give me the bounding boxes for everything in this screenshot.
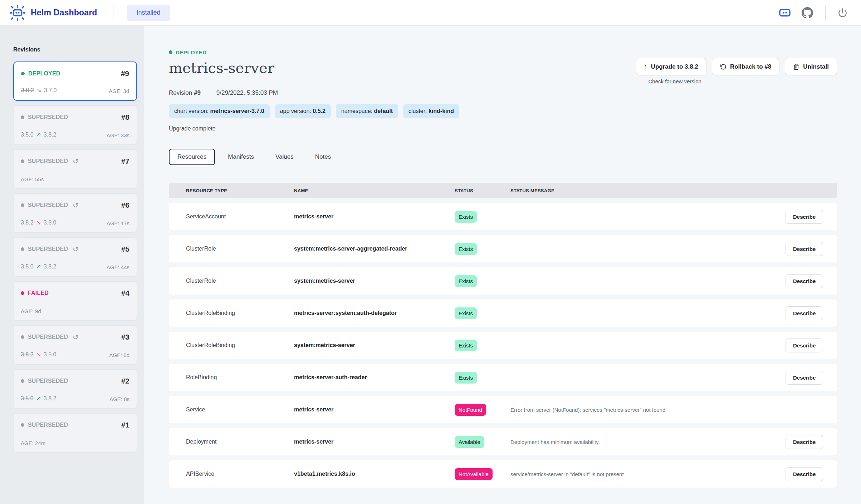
status-badge: Exists [455, 211, 477, 223]
revision-info: Revision #9 9/29/2022, 5:35:03 PM [169, 89, 837, 97]
revision-status-label: SUPERSEDED [28, 378, 68, 384]
uninstall-button[interactable]: Uninstall [785, 58, 837, 75]
revision-status: SUPERSEDED [21, 114, 68, 120]
resource-type: ClusterRole [186, 278, 294, 284]
resource-name: system:metrics-server-aggregated-reader [294, 246, 455, 252]
revision-number: #6 [121, 201, 129, 209]
resource-type: Deployment [186, 439, 294, 445]
version-arrow-icon: ↗ [36, 395, 41, 402]
describe-button[interactable]: Describe [786, 210, 823, 224]
status-dot-icon [21, 203, 24, 207]
revision-status: SUPERSEDED ↺ [21, 245, 78, 253]
revision-number: #1 [121, 421, 129, 429]
table-row: ClusterRoleBinding system:metrics-server… [169, 332, 837, 359]
status-message: Error from server (NotFound): services "… [510, 407, 786, 413]
github-icon[interactable] [802, 7, 813, 19]
revision-number: #4 [121, 289, 129, 297]
column-header: RESOURCE TYPE [186, 188, 294, 193]
old-version: 3.8.2 [21, 351, 34, 358]
revision-status: SUPERSEDED ↺ [21, 157, 78, 165]
status-badge: NotFound [455, 404, 486, 416]
revision-card-4[interactable]: FAILED #4 AGE: 9d [13, 281, 137, 321]
tab-values[interactable]: Values [267, 149, 302, 165]
describe-button[interactable]: Describe [786, 371, 823, 385]
revision-status-label: SUPERSEDED [28, 334, 68, 340]
describe-button[interactable]: Describe [786, 435, 823, 449]
revision-number: #7 [121, 157, 129, 165]
status-dot-icon [21, 335, 24, 339]
tab-notes[interactable]: Notes [307, 149, 339, 165]
status-dot-icon [21, 159, 24, 163]
describe-button[interactable]: Describe [786, 339, 823, 352]
table-body: ServiceAccount metrics-server Exists Des… [169, 203, 837, 488]
nav-installed-tab[interactable]: Installed [127, 5, 170, 21]
describe-button[interactable]: Describe [786, 274, 823, 288]
status-dot-icon [21, 379, 24, 383]
revision-status: SUPERSEDED ↺ [21, 201, 78, 209]
revision-age: AGE: 33s [107, 132, 129, 138]
app-title: Helm Dashboard [31, 8, 97, 18]
robot-logo-icon [9, 5, 26, 21]
tab-resources[interactable]: Resources [169, 149, 215, 165]
resources-table: RESOURCE TYPE NAME STATUS STATUS MESSAGE… [169, 183, 837, 488]
version-arrow-icon: ↘ [36, 87, 41, 94]
redeploy-icon: ↺ [73, 245, 78, 253]
status-message: service/metrics-server in "default" is n… [510, 471, 786, 477]
redeploy-icon: ↺ [73, 333, 78, 341]
revision-card-8[interactable]: SUPERSEDED #8 3.5.0 ↗ 3.8.2 AGE: 33s [13, 105, 137, 145]
check-new-version-link[interactable]: Check for new version [636, 78, 714, 84]
release-tabs: ResourcesManifestsValuesNotes [169, 149, 837, 165]
status-dot-icon [21, 247, 24, 251]
version-change: 3.8.2 ↘ 3.7.0 [21, 87, 57, 94]
topbar-divider [113, 5, 113, 21]
revision-status: SUPERSEDED [21, 378, 68, 384]
revision-age: AGE: 44s [107, 264, 129, 270]
status-message: Deployment has minimum availability. [510, 439, 786, 445]
resource-name: metrics-server-auth-reader [294, 374, 455, 381]
revision-card-6[interactable]: SUPERSEDED ↺ #6 3.8.2 ↘ 3.5.0 AGE: 17s [13, 193, 137, 233]
redeploy-icon: ↺ [73, 157, 78, 165]
revision-status: FAILED [21, 290, 49, 296]
revision-status-label: SUPERSEDED [28, 202, 68, 208]
app-logo: Helm Dashboard [9, 5, 97, 21]
tab-manifests[interactable]: Manifests [219, 149, 263, 165]
trash-icon [793, 64, 799, 70]
power-icon[interactable] [838, 8, 847, 18]
api-robot-icon[interactable] [779, 8, 791, 18]
version-change: 3.5.0 ↗ 3.8.2 [21, 395, 56, 402]
version-change: 3.8.2 ↘ 3.5.0 [21, 351, 56, 358]
revision-card-5[interactable]: SUPERSEDED ↺ #5 3.5.0 ↗ 3.8.2 AGE: 44s [13, 237, 137, 277]
old-version: 3.5.0 [21, 132, 34, 138]
revision-card-3[interactable]: SUPERSEDED ↺ #3 3.8.2 ↘ 3.5.0 AGE: 6d [13, 325, 137, 365]
resource-type: ClusterRoleBinding [186, 342, 294, 349]
describe-button[interactable]: Describe [786, 242, 823, 256]
status-badge: Available [455, 436, 484, 448]
describe-button[interactable]: Describe [786, 467, 823, 481]
revision-card-9[interactable]: DEPLOYED #9 3.8.2 ↘ 3.7.0 AGE: 3d [13, 61, 137, 101]
revision-status: SUPERSEDED ↺ [21, 333, 78, 341]
revision-card-7[interactable]: SUPERSEDED ↺ #7 AGE: 55s [13, 149, 137, 189]
release-detail: DEPLOYED metrics-server ↑ Upgrade to 3.8… [144, 26, 861, 504]
topbar: Helm Dashboard Installed [0, 0, 861, 26]
resource-name: system:metrics-server [294, 278, 455, 284]
old-version: 3.8.2 [21, 219, 34, 226]
revision-card-1[interactable]: SUPERSEDED #1 AGE: 24m [13, 413, 137, 453]
status-badge: Exists [455, 275, 477, 287]
new-version: 3.8.2 [44, 132, 57, 138]
release-meta-badges: chart version: metrics-server-3.7.0app v… [169, 104, 837, 118]
upgrade-button[interactable]: ↑ Upgrade to 3.8.2 [636, 58, 706, 75]
revisions-title: Revisions [13, 46, 137, 53]
revision-card-2[interactable]: SUPERSEDED #2 3.5.0 ↗ 3.8.2 AGE: 8s [13, 369, 137, 409]
table-header-row: RESOURCE TYPE NAME STATUS STATUS MESSAGE [169, 183, 837, 198]
version-arrow-icon: ↗ [36, 263, 41, 270]
new-version: 3.8.2 [44, 263, 57, 270]
status-badge: NotAvailable [455, 468, 493, 480]
rollback-button[interactable]: Rollback to #8 [712, 58, 779, 75]
describe-button[interactable]: Describe [786, 306, 823, 320]
status-badge: Exists [455, 340, 477, 351]
revision-status-label: FAILED [28, 290, 49, 296]
table-row: ClusterRoleBinding metrics-server:system… [169, 300, 837, 327]
version-arrow-icon: ↘ [36, 219, 41, 226]
revision-number: Revision #9 [169, 89, 201, 97]
status-dot-icon [169, 50, 172, 54]
